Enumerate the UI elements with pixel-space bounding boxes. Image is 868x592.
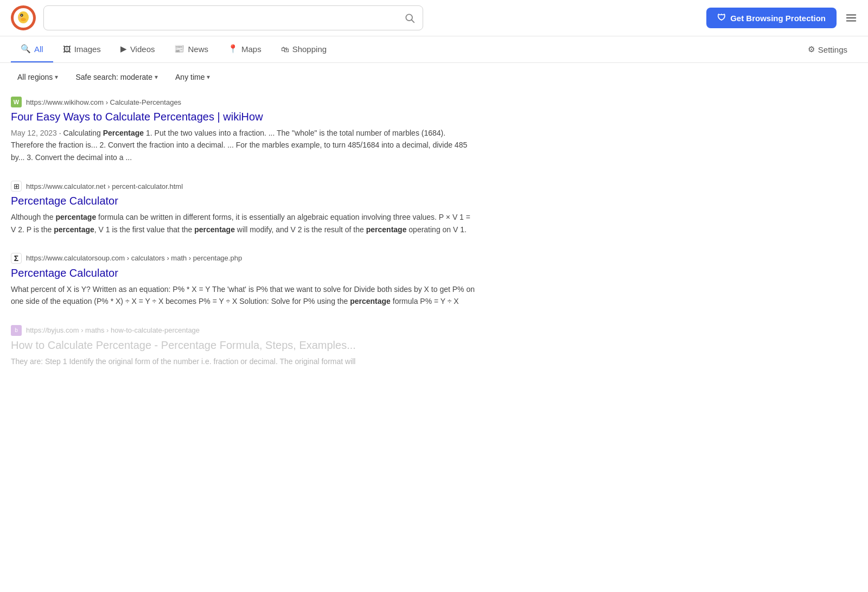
search-button[interactable] — [404, 12, 415, 23]
chevron-down-icon: ▾ — [207, 73, 210, 81]
tab-videos[interactable]: ▶ Videos — [111, 36, 165, 62]
get-protection-button[interactable]: 🛡 Get Browsing Protection — [706, 8, 837, 28]
search-icon: 🔍 — [21, 44, 31, 54]
tab-news-label: News — [188, 44, 208, 54]
result-url-row: Σ https://www.calculatorsoup.com › calcu… — [11, 253, 477, 264]
result-url: https://www.calculator.net › percent-cal… — [26, 182, 183, 190]
news-icon: 📰 — [174, 44, 184, 54]
chevron-down-icon: ▾ — [155, 73, 158, 81]
tab-maps-label: Maps — [241, 44, 261, 54]
search-input[interactable]: how to calculate percentage — [52, 12, 404, 23]
nav-tabs: 🔍 All 🖼 Images ▶ Videos 📰 News 📍 Maps 🛍 … — [0, 36, 868, 63]
result-url-row: ⊞ https://www.calculator.net › percent-c… — [11, 181, 477, 192]
time-label: Any time — [175, 73, 205, 81]
header-right: 🛡 Get Browsing Protection — [706, 8, 857, 28]
result-url: https://byjus.com › maths › how-to-calcu… — [26, 326, 200, 334]
result-url: https://www.wikihow.com › Calculate-Perc… — [26, 98, 181, 106]
result-snippet: What percent of X is Y? Written as an eq… — [11, 283, 477, 308]
chevron-down-icon: ▾ — [55, 73, 58, 81]
tab-images-label: Images — [74, 44, 101, 54]
result-url-row: b https://byjus.com › maths › how-to-cal… — [11, 325, 477, 336]
tab-shopping-label: Shopping — [292, 44, 327, 54]
videos-icon: ▶ — [120, 44, 127, 54]
result-title[interactable]: Percentage Calculator — [11, 266, 477, 280]
hamburger-menu-button[interactable] — [845, 12, 857, 24]
tab-all-label: All — [34, 44, 43, 54]
settings-label: Settings — [818, 45, 847, 54]
region-filter[interactable]: All regions ▾ — [11, 69, 65, 85]
result-favicon: W — [11, 97, 22, 107]
result-item: b https://byjus.com › maths › how-to-cal… — [11, 325, 477, 367]
result-title[interactable]: Four Easy Ways to Calculate Percentages … — [11, 110, 477, 124]
result-item: ⊞ https://www.calculator.net › percent-c… — [11, 181, 477, 235]
result-title[interactable]: How to Calculate Percentage - Percentage… — [11, 338, 477, 352]
tab-maps[interactable]: 📍 Maps — [218, 36, 271, 62]
result-snippet: They are: Step 1 Identify the original f… — [11, 355, 477, 367]
result-favicon: ⊞ — [11, 181, 22, 192]
tab-news[interactable]: 📰 News — [164, 36, 218, 62]
result-title[interactable]: Percentage Calculator — [11, 194, 477, 208]
tab-all[interactable]: 🔍 All — [11, 36, 53, 62]
result-url-row: W https://www.wikihow.com › Calculate-Pe… — [11, 97, 477, 107]
result-item: W https://www.wikihow.com › Calculate-Pe… — [11, 97, 477, 163]
svg-line-9 — [412, 20, 414, 23]
safe-search-filter[interactable]: Safe search: moderate ▾ — [69, 69, 164, 85]
results-container: W https://www.wikihow.com › Calculate-Pe… — [0, 91, 488, 390]
result-item: Σ https://www.calculatorsoup.com › calcu… — [11, 253, 477, 308]
logo[interactable] — [11, 5, 36, 30]
shield-icon: 🛡 — [717, 13, 726, 23]
result-favicon: Σ — [11, 253, 22, 264]
settings-tab[interactable]: ⚙ Settings — [798, 37, 857, 62]
search-bar[interactable]: how to calculate percentage — [43, 5, 423, 30]
safe-search-label: Safe search: moderate — [75, 73, 152, 81]
filter-bar: All regions ▾ Safe search: moderate ▾ An… — [0, 63, 868, 91]
protection-button-label: Get Browsing Protection — [730, 14, 826, 23]
tab-shopping[interactable]: 🛍 Shopping — [271, 37, 336, 62]
svg-point-6 — [21, 18, 26, 21]
result-snippet: Although the percentage formula can be w… — [11, 211, 477, 235]
header: how to calculate percentage 🛡 Get Browsi… — [0, 0, 868, 36]
tab-videos-label: Videos — [130, 44, 155, 54]
svg-point-5 — [21, 15, 22, 16]
result-snippet: May 12, 2023 · Calculating Percentage 1.… — [11, 127, 477, 163]
shopping-icon: 🛍 — [281, 44, 289, 54]
region-label: All regions — [17, 73, 53, 81]
svg-point-7 — [18, 16, 22, 18]
time-filter[interactable]: Any time ▾ — [169, 69, 216, 85]
settings-icon: ⚙ — [808, 44, 815, 54]
result-url: https://www.calculatorsoup.com › calcula… — [26, 254, 242, 262]
maps-icon: 📍 — [228, 44, 238, 54]
result-favicon: b — [11, 325, 22, 336]
images-icon: 🖼 — [63, 44, 71, 54]
tab-images[interactable]: 🖼 Images — [53, 37, 111, 62]
